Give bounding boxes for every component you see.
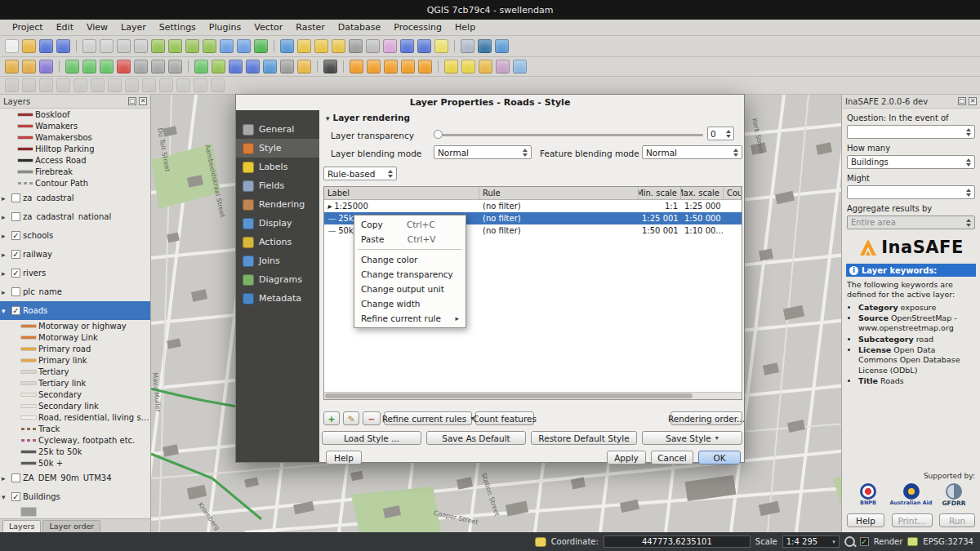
- refresh-icon[interactable]: [254, 39, 268, 53]
- layer-item[interactable]: Primary link: [0, 354, 150, 366]
- layer-item[interactable]: Firebreak: [0, 166, 150, 177]
- context-menu-item[interactable]: Refine current rule ▸: [354, 311, 466, 326]
- add-rule-button[interactable]: +: [323, 411, 340, 425]
- dock-icon[interactable]: □: [958, 97, 966, 105]
- context-menu-item[interactable]: Paste Ctrl+V: [354, 232, 466, 247]
- layer-item[interactable]: Access Road: [0, 154, 150, 166]
- add-feature-icon[interactable]: [65, 60, 79, 73]
- menu-item[interactable]: Help: [449, 20, 481, 34]
- node-tool-icon[interactable]: [100, 60, 114, 73]
- column-header[interactable]: Label: [324, 187, 479, 199]
- context-menu-item[interactable]: Copy Ctrl+C: [354, 217, 466, 232]
- scale-combo[interactable]: 1:4 295▾: [782, 535, 840, 548]
- attribute-table-icon[interactable]: [349, 39, 363, 53]
- menu-item[interactable]: View: [81, 20, 114, 34]
- inasafe-dock-icon[interactable]: [350, 60, 363, 73]
- expander-icon[interactable]: [2, 232, 9, 240]
- layer-visibility-checkbox[interactable]: [11, 212, 20, 221]
- menu-item[interactable]: Vector: [248, 20, 288, 34]
- dock-icon[interactable]: □: [128, 97, 136, 105]
- tab-layer-order[interactable]: Layer order: [42, 520, 100, 532]
- layer-item[interactable]: Buildings: [0, 487, 150, 506]
- dialog-sidebar-item[interactable]: General: [236, 120, 319, 139]
- layer-item[interactable]: ZA_DEM_90m_UTM34: [0, 469, 150, 487]
- osm-search-icon[interactable]: [323, 60, 337, 73]
- save-layer-edits-icon[interactable]: [39, 60, 53, 73]
- layer-item[interactable]: Primary road: [0, 343, 150, 354]
- copy-features-icon[interactable]: [151, 60, 165, 73]
- select-features-icon[interactable]: [297, 39, 311, 53]
- inasafe-print-button[interactable]: Print...: [892, 513, 933, 527]
- dialog-sidebar-item[interactable]: Rendering: [236, 195, 319, 214]
- context-menu-item[interactable]: Change output unit: [354, 282, 466, 296]
- zoom-out-icon[interactable]: [134, 39, 148, 53]
- expander-icon[interactable]: [2, 194, 9, 202]
- layer-visibility-checkbox[interactable]: [11, 287, 20, 296]
- zoom-native-icon[interactable]: [151, 39, 165, 53]
- layer-item[interactable]: Tertiary: [0, 366, 150, 377]
- layer-item[interactable]: 50k +: [0, 457, 150, 469]
- menu-item[interactable]: Database: [332, 20, 387, 34]
- layer-blending-combo[interactable]: Normal: [434, 145, 532, 159]
- layer-item[interactable]: railway: [0, 245, 150, 264]
- menu-item[interactable]: Raster: [290, 20, 330, 34]
- save-style-button[interactable]: Save Style▾: [642, 431, 742, 445]
- function-combo[interactable]: [847, 185, 975, 199]
- labeling-icon[interactable]: [444, 60, 458, 73]
- cancel-button[interactable]: Cancel: [651, 451, 693, 464]
- magnifier-icon[interactable]: [844, 536, 855, 547]
- pan-map-icon[interactable]: [82, 39, 96, 53]
- measure-icon[interactable]: [366, 39, 380, 53]
- select-by-expression-icon[interactable]: [314, 39, 328, 53]
- transparency-slider[interactable]: [434, 129, 703, 140]
- expander-icon[interactable]: [2, 288, 9, 296]
- menu-item[interactable]: Project: [7, 20, 49, 34]
- add-spatialite-layer-icon[interactable]: [246, 60, 260, 73]
- dialog-sidebar-item[interactable]: Fields: [236, 176, 319, 195]
- render-checkbox[interactable]: ✓: [860, 537, 869, 546]
- layer-item[interactable]: Contour Path: [0, 177, 150, 189]
- style-manager-icon[interactable]: [496, 60, 510, 73]
- pan-to-selection-icon[interactable]: [100, 39, 114, 53]
- aggregation-combo[interactable]: Entire area: [847, 216, 975, 229]
- layer-visibility-checkbox[interactable]: [11, 231, 20, 240]
- new-shapefile-icon[interactable]: [297, 60, 311, 73]
- hazard-combo[interactable]: [847, 125, 975, 139]
- show-bookmarks-icon[interactable]: [417, 39, 431, 53]
- layer-item[interactable]: Cycleway, footpath etc.: [0, 434, 150, 446]
- open-project-icon[interactable]: [22, 39, 36, 53]
- layer-visibility-checkbox[interactable]: [11, 193, 20, 202]
- rule-row[interactable]: 1:25000 (no filter) 1:1 1:25 000: [324, 200, 742, 212]
- layer-item[interactable]: plc_name: [0, 282, 150, 301]
- save-project-as-icon[interactable]: [56, 39, 70, 53]
- close-icon[interactable]: ✕: [139, 97, 147, 105]
- dialog-sidebar-item[interactable]: Actions: [236, 233, 319, 251]
- layer-visibility-checkbox[interactable]: [11, 473, 20, 482]
- layer-rendering-group[interactable]: ▾Layer rendering: [326, 113, 410, 122]
- map-tips-icon[interactable]: [383, 39, 397, 53]
- add-delimited-text-icon[interactable]: [280, 60, 294, 73]
- rule-expander-icon[interactable]: [327, 202, 334, 211]
- context-menu-item[interactable]: Change color: [354, 252, 466, 267]
- inasafe-help-button[interactable]: Help: [847, 513, 884, 527]
- column-header[interactable]: Min. scale: [639, 187, 681, 199]
- dialog-sidebar-item[interactable]: Labels: [236, 158, 319, 176]
- custom-projection-icon[interactable]: [513, 60, 527, 73]
- dialog-sidebar-item[interactable]: Joins: [236, 251, 319, 270]
- new-bookmark-icon[interactable]: [400, 39, 414, 53]
- save-project-icon[interactable]: [39, 39, 53, 53]
- zoom-in-icon[interactable]: [117, 39, 131, 53]
- close-icon[interactable]: ✕: [969, 97, 977, 105]
- column-header[interactable]: Rule: [479, 187, 639, 199]
- layer-item[interactable]: Secondary link: [0, 400, 150, 411]
- save-as-default-button[interactable]: Save As Default: [426, 431, 526, 445]
- column-header[interactable]: Count: [724, 187, 742, 199]
- transparency-spinbox[interactable]: 0: [707, 127, 734, 140]
- paste-features-icon[interactable]: [168, 60, 182, 73]
- add-raster-layer-icon[interactable]: [212, 60, 225, 73]
- remove-rule-button[interactable]: −: [363, 411, 381, 425]
- rendering-order-button[interactable]: Rendering order...: [670, 411, 742, 425]
- layer-item[interactable]: 25k to 50k: [0, 446, 150, 457]
- toggle-editing-icon[interactable]: [22, 60, 36, 73]
- layer-item[interactable]: Track: [0, 423, 150, 434]
